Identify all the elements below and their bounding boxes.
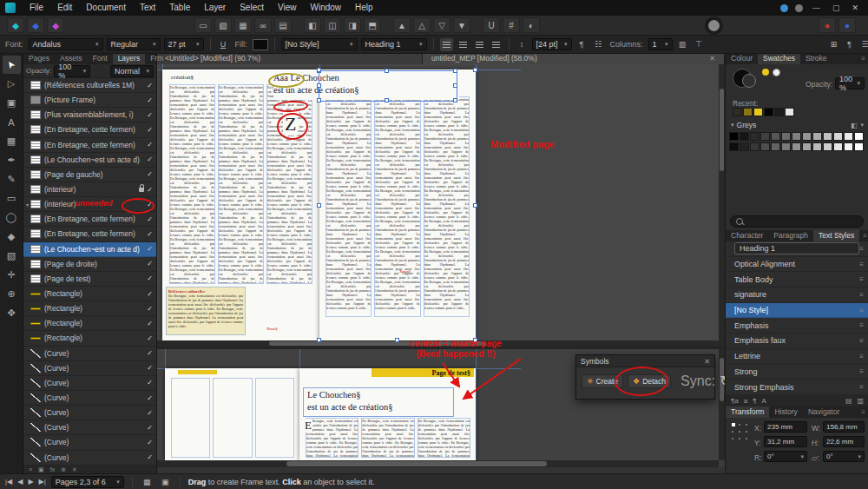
layer-row[interactable]: (Picture Frame)✓ [23, 93, 156, 108]
colour-swatch[interactable] [854, 132, 864, 141]
layer-row[interactable]: (Plus vraisemblablement, i)✓ [23, 108, 156, 122]
picture-frame-tool[interactable]: ▧ [3, 247, 21, 265]
move-backward-icon[interactable]: ▽ [433, 17, 450, 33]
tab-transform[interactable]: Transform [726, 406, 769, 418]
colour-swatch[interactable] [812, 132, 822, 141]
assistant-icon[interactable]: ● [838, 17, 856, 33]
layer-row[interactable]: (interieur)✓ [23, 182, 156, 197]
clipping-icon[interactable]: ▣ [159, 475, 172, 488]
paragraph-style-select[interactable]: Heading 1▾ [361, 38, 427, 50]
layer-visibility-checkbox[interactable]: ✓ [147, 170, 153, 178]
align-right-icon[interactable] [473, 38, 486, 51]
text-style-row[interactable]: Emphasis faux≡ [726, 334, 868, 349]
opacity-select[interactable]: 100 %▾ [54, 65, 90, 77]
add-layer-icon[interactable]: ⊕ [61, 466, 66, 473]
accent-white-dot[interactable] [773, 69, 780, 76]
colour-swatch[interactable] [729, 142, 739, 151]
node-tool[interactable]: ▷ [3, 75, 21, 93]
layer-visibility-checkbox[interactable]: ✓ [147, 394, 153, 402]
text-style-row[interactable]: signature≡ [726, 287, 868, 303]
layer-row[interactable]: (Page de droite)✓ [23, 257, 156, 272]
mask-layer-icon[interactable]: ▣ [38, 466, 44, 473]
colour-swatch[interactable] [750, 142, 760, 151]
layer-visibility-checkbox[interactable]: ✓ [147, 82, 153, 89]
layer-row[interactable]: (Curve)✓ [23, 347, 156, 361]
colour-swatch[interactable] [740, 142, 749, 151]
style-options-icon[interactable]: ▤ [845, 397, 852, 405]
colour-swatch[interactable] [792, 132, 801, 141]
frame-text-tool[interactable]: ▣ [3, 94, 21, 112]
layer-row[interactable]: (Curve)✓ [23, 391, 156, 406]
layer-visibility-checkbox[interactable]: ✓ [147, 424, 153, 432]
font-style-select[interactable]: Regular▾ [107, 38, 161, 50]
menu-layer[interactable]: Layer [197, 0, 233, 16]
align-left-icon[interactable] [440, 38, 453, 51]
text-style-row[interactable]: [No Style]≡ [726, 303, 868, 319]
layer-row[interactable]: (Rectangle)✓ [23, 287, 156, 301]
colour-swatch[interactable] [844, 132, 853, 141]
colour-swatch[interactable] [740, 132, 749, 141]
align-left-edge-icon[interactable]: ◧ [304, 17, 321, 33]
colour-swatch[interactable] [792, 142, 801, 151]
tab-font[interactable]: Font [88, 53, 113, 64]
show-special-chars-icon[interactable]: ¶ [843, 38, 856, 51]
layer-visibility-checkbox[interactable]: ✓ [147, 364, 153, 372]
blend-mode-select[interactable]: Normal▾ [110, 65, 154, 77]
fill-indicator-donut[interactable] [705, 17, 723, 35]
colour-swatch[interactable] [750, 132, 760, 141]
next-page-button[interactable]: ▶ [28, 478, 33, 486]
view-mode-icon[interactable]: ▦ [141, 475, 154, 488]
photo-persona-icon[interactable]: ◆ [47, 17, 64, 33]
tab-colour[interactable]: Colour [726, 53, 758, 64]
picture-frame-icon[interactable]: ▧ [214, 17, 232, 33]
menu-edit[interactable]: Edit [50, 0, 79, 16]
move-forward-icon[interactable]: △ [413, 17, 431, 33]
publisher-persona-icon[interactable]: ◆ [7, 17, 24, 33]
layer-row[interactable]: (En Bretagne, cette fermen)✓ [23, 212, 156, 227]
fill-colour-circle[interactable] [742, 74, 756, 88]
notes-box[interactable]: Références culturelles En Bretagne, cett… [166, 287, 246, 335]
document-close-icon[interactable]: ✕ [709, 53, 715, 64]
baseline-grid-icon[interactable]: ▤ [274, 17, 292, 33]
delete-layer-icon[interactable]: ✕ [72, 466, 77, 473]
panel-menu-icon[interactable]: ≡ [859, 230, 868, 241]
menu-file[interactable]: File [23, 0, 50, 16]
colour-swatch[interactable] [733, 108, 742, 116]
layer-row[interactable]: (En Bretagne, cette fermen)✓ [23, 122, 156, 137]
text-frame-top-icon[interactable]: ⊤ [693, 38, 706, 51]
shape-tool[interactable]: ◆ [3, 228, 21, 246]
fill-colour-swatch[interactable] [253, 39, 268, 50]
colour-swatch[interactable] [854, 142, 864, 151]
palette-name[interactable]: Greys [737, 121, 757, 129]
tab-layers[interactable]: Layers [113, 53, 146, 64]
tab-pages[interactable]: Pages [23, 53, 55, 64]
heading-selection-frame[interactable] [319, 70, 457, 102]
page-right[interactable]: En Bretagne, cette fermentation est décl… [319, 69, 476, 341]
text-style-row[interactable]: Strong Emphasis≡ [726, 380, 868, 395]
layer-visibility-checkbox[interactable]: ✓ [147, 96, 153, 104]
account-icon[interactable] [780, 4, 788, 12]
layer-row[interactable]: (Rectangle)✓ [23, 301, 156, 316]
layer-visibility-checkbox[interactable]: ✓ [147, 215, 153, 223]
panel-menu-icon[interactable]: ≡ [858, 406, 868, 418]
accent-yellow-dot[interactable] [762, 69, 769, 76]
vertical-scrollbar[interactable] [719, 349, 725, 460]
layer-row[interactable]: (Page de gauche)✓ [23, 168, 156, 182]
swatch-opacity-select[interactable]: 100 %▾ [835, 77, 865, 89]
text-style-row[interactable]: Table Body≡ [726, 272, 868, 287]
colour-swatch[interactable] [781, 142, 791, 151]
colour-swatch[interactable] [760, 132, 770, 141]
menu-select[interactable]: Select [233, 0, 271, 16]
page-test-left[interactable] [165, 368, 299, 460]
colour-swatch[interactable] [785, 108, 794, 116]
menu-help[interactable]: Help [348, 0, 380, 16]
align-center-icon[interactable] [457, 38, 470, 51]
layer-visibility-checkbox[interactable]: ✓ [147, 126, 153, 134]
panel-menu-icon[interactable]: ≡ [168, 53, 180, 64]
colour-swatch[interactable] [833, 132, 843, 141]
page-navigator-select[interactable]: Pages 2,3 of 6▾ [51, 476, 124, 488]
tab-navigator[interactable]: Navigator [803, 406, 845, 418]
paragraph-spacing-icon[interactable]: ☷ [592, 38, 605, 51]
artistic-text-tool[interactable]: A [3, 113, 21, 131]
align-center-edge-icon[interactable]: ◫ [324, 17, 341, 33]
